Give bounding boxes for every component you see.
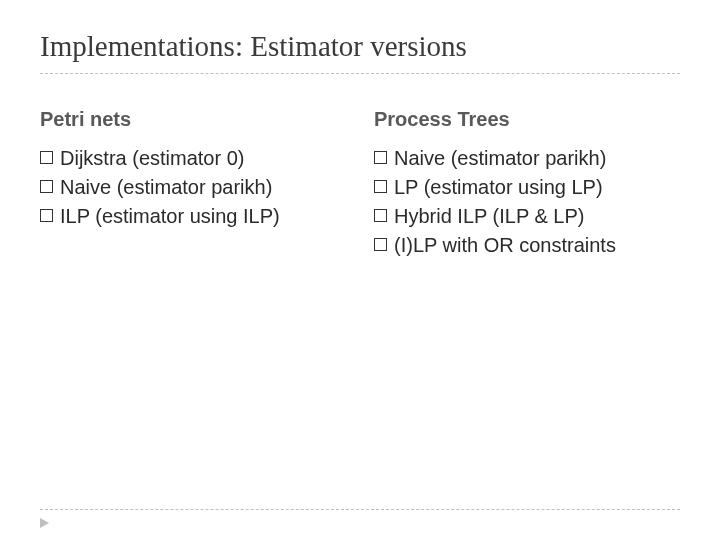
- left-heading: Petri nets: [40, 108, 346, 131]
- list-item-label: (I)LP with OR constraints: [394, 232, 616, 259]
- list-item-label: Naive (estimator parikh): [60, 174, 272, 201]
- column-right: Process Trees Naive (estimator parikh) L…: [360, 108, 680, 261]
- square-bullet-icon: [40, 209, 53, 222]
- square-bullet-icon: [40, 180, 53, 193]
- slide-title: Implementations: Estimator versions: [40, 30, 680, 63]
- slide: Implementations: Estimator versions Petr…: [0, 0, 720, 540]
- square-bullet-icon: [374, 209, 387, 222]
- play-marker-icon: [40, 518, 49, 528]
- list-item-label: Dijkstra (estimator 0): [60, 145, 244, 172]
- list-item-label: ILP (estimator using ILP): [60, 203, 280, 230]
- left-list: Dijkstra (estimator 0) Naive (estimator …: [40, 145, 346, 230]
- list-item: Naive (estimator parikh): [40, 174, 346, 201]
- list-item: (I)LP with OR constraints: [374, 232, 680, 259]
- square-bullet-icon: [374, 180, 387, 193]
- list-item: LP (estimator using LP): [374, 174, 680, 201]
- list-item: ILP (estimator using ILP): [40, 203, 346, 230]
- list-item-label: Naive (estimator parikh): [394, 145, 606, 172]
- bottom-divider: [40, 509, 680, 510]
- list-item: Dijkstra (estimator 0): [40, 145, 346, 172]
- list-item-label: LP (estimator using LP): [394, 174, 603, 201]
- column-left: Petri nets Dijkstra (estimator 0) Naive …: [40, 108, 360, 261]
- columns: Petri nets Dijkstra (estimator 0) Naive …: [40, 108, 680, 261]
- right-list: Naive (estimator parikh) LP (estimator u…: [374, 145, 680, 259]
- square-bullet-icon: [374, 238, 387, 251]
- list-item: Hybrid ILP (ILP & LP): [374, 203, 680, 230]
- right-heading: Process Trees: [374, 108, 680, 131]
- top-divider: [40, 73, 680, 74]
- list-item-label: Hybrid ILP (ILP & LP): [394, 203, 584, 230]
- square-bullet-icon: [40, 151, 53, 164]
- list-item: Naive (estimator parikh): [374, 145, 680, 172]
- square-bullet-icon: [374, 151, 387, 164]
